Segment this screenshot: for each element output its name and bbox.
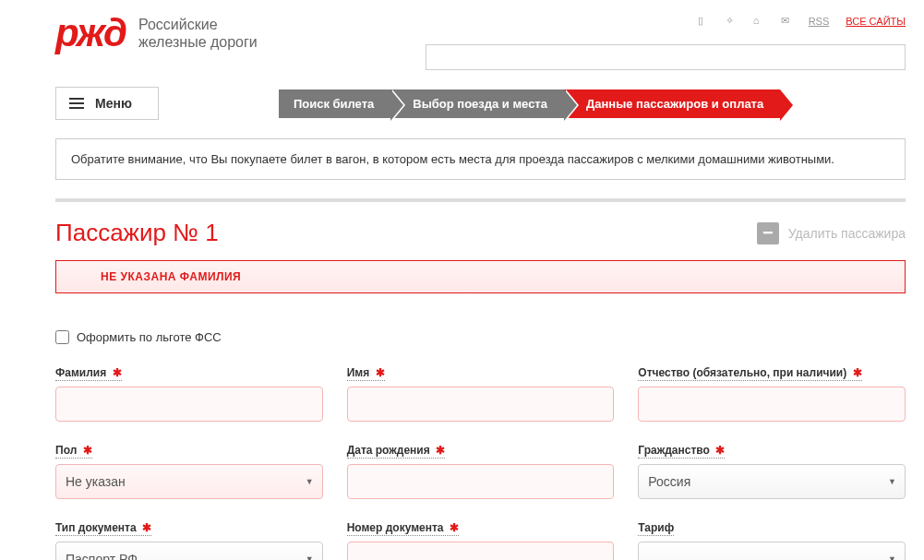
breadcrumb-step-select[interactable]: Выбор поезда и места bbox=[390, 89, 564, 118]
menu-label: Меню bbox=[95, 96, 132, 111]
mail-icon[interactable]: ✉ bbox=[781, 15, 792, 28]
fss-label: Оформить по льготе ФСС bbox=[77, 330, 222, 344]
tariff-select[interactable] bbox=[638, 542, 906, 560]
search-input[interactable] bbox=[426, 44, 906, 70]
patronymic-input[interactable] bbox=[638, 387, 906, 422]
tariff-label: Тариф bbox=[638, 521, 674, 536]
gender-select[interactable]: Не указан bbox=[55, 464, 323, 499]
doc-type-select[interactable]: Паспорт РФ bbox=[55, 542, 323, 560]
birthdate-input[interactable] bbox=[347, 464, 615, 499]
doc-number-label: Номер документа ✱ bbox=[347, 521, 459, 536]
name-input[interactable] bbox=[347, 387, 615, 422]
breadcrumb: Поиск билета Выбор поезда и места Данные… bbox=[279, 89, 780, 118]
breadcrumb-step-search[interactable]: Поиск билета bbox=[279, 89, 390, 118]
birthdate-label: Дата рождения ✱ bbox=[347, 444, 445, 459]
surname-input[interactable] bbox=[55, 387, 323, 422]
notice-box: Обратите внимание, что Вы покупаете биле… bbox=[55, 138, 906, 180]
menu-button[interactable]: Меню bbox=[55, 87, 159, 120]
delete-passenger-icon[interactable]: − bbox=[757, 222, 779, 244]
hamburger-icon bbox=[69, 98, 84, 109]
delete-passenger-label[interactable]: Удалить пассажира bbox=[788, 226, 906, 241]
expand-icon[interactable]: ✧ bbox=[726, 15, 737, 28]
logo[interactable]: ржд Российские железные дороги bbox=[55, 11, 258, 55]
logo-subtitle: Российские железные дороги bbox=[138, 16, 258, 51]
home-icon[interactable]: ⌂ bbox=[753, 15, 764, 28]
error-message: НЕ УКАЗАНА ФАМИЛИЯ bbox=[55, 260, 906, 293]
mobile-icon[interactable]: ▯ bbox=[698, 15, 709, 28]
surname-label: Фамилия ✱ bbox=[55, 366, 122, 381]
top-links: ▯ ✧ ⌂ ✉ RSS ВСЕ САЙТЫ bbox=[698, 11, 906, 28]
patronymic-label: Отчество (обязательно, при наличии) ✱ bbox=[638, 366, 861, 381]
doc-number-input[interactable] bbox=[347, 542, 615, 560]
logo-text: ржд bbox=[55, 11, 126, 55]
breadcrumb-step-payment[interactable]: Данные пассажиров и оплата bbox=[564, 89, 780, 118]
citizenship-select[interactable]: Россия bbox=[638, 464, 906, 499]
passenger-title: Пассажир № 1 bbox=[55, 219, 219, 247]
doc-type-label: Тип документа ✱ bbox=[55, 521, 151, 536]
all-sites-link[interactable]: ВСЕ САЙТЫ bbox=[846, 16, 906, 27]
fss-checkbox[interactable] bbox=[55, 330, 69, 344]
rss-link[interactable]: RSS bbox=[809, 16, 830, 27]
citizenship-label: Гражданство ✱ bbox=[638, 444, 725, 459]
divider bbox=[55, 198, 906, 202]
name-label: Имя ✱ bbox=[347, 366, 385, 381]
fss-checkbox-row[interactable]: Оформить по льготе ФСС bbox=[55, 330, 906, 344]
gender-label: Пол ✱ bbox=[55, 444, 92, 459]
